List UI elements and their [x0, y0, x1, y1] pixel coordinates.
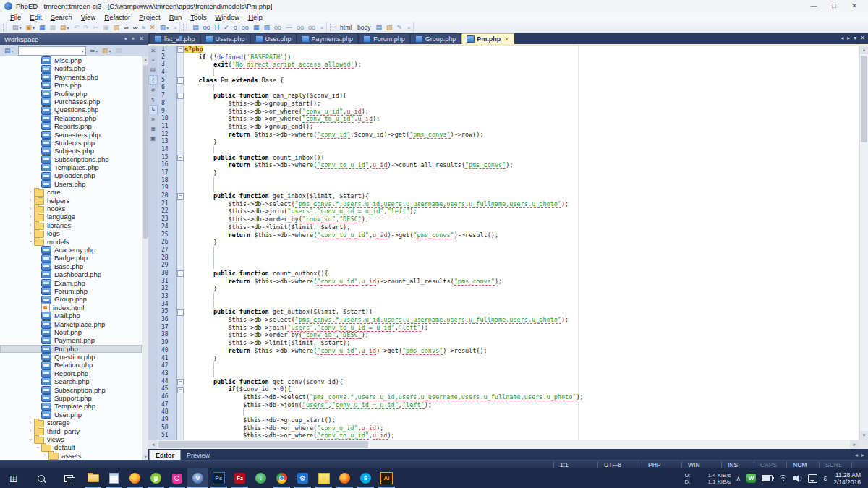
code-line[interactable]: $this->db->order_by("conv_id","DESC"); — [184, 331, 859, 339]
scroll-right-icon[interactable]: ▸ — [850, 440, 859, 449]
code-line[interactable] — [184, 184, 859, 192]
line-numbers-button[interactable]: # — [149, 86, 157, 94]
line-number[interactable]: 44 — [158, 378, 176, 386]
editor-vertical-scrollbar[interactable]: ▴ ▾ — [859, 46, 868, 440]
tree-item-badge-php[interactable]: Badge.php — [0, 254, 142, 262]
code-line[interactable] — [184, 247, 859, 254]
taskbar-media-app[interactable] — [166, 468, 187, 488]
line-number[interactable]: 26 — [158, 239, 176, 247]
frame-tool-button[interactable]: ▧ — [262, 23, 271, 33]
find-in-workspace-button[interactable]: ∞▾ — [89, 46, 99, 56]
menu-edit[interactable]: Edit — [25, 13, 46, 21]
line-number[interactable]: 31 — [158, 278, 176, 286]
code-line[interactable]: public function can_reply($conv_id){ — [184, 92, 859, 100]
editor-horizontal-scrollbar[interactable]: ◂ ▸ — [148, 440, 859, 449]
line-number[interactable]: 16 — [158, 161, 176, 169]
split-view-button[interactable]: + — [149, 56, 157, 64]
line-number[interactable]: 14 — [158, 146, 176, 154]
line-number[interactable]: 18 — [158, 177, 176, 185]
code-line[interactable]: } — [184, 138, 859, 146]
tree-item-subscriptions-php[interactable]: Subscriptions.php — [0, 155, 142, 163]
save-button[interactable]: ▦ — [38, 23, 47, 33]
paste-button[interactable]: ▥ — [112, 23, 122, 33]
prev-view-icon[interactable]: ◂ — [855, 452, 858, 458]
menu-search[interactable]: Search — [46, 13, 77, 21]
taskbar-sticky-notes[interactable] — [313, 468, 334, 488]
code-line[interactable]: $this->db->order_by("conv_id","DESC"); — [184, 215, 859, 223]
link-tool-button[interactable]: oo — [307, 23, 317, 33]
code-line[interactable]: $this->db->join("users","conv_to_u_id = … — [184, 324, 859, 332]
taskbar-filezilla[interactable]: Fz — [229, 468, 250, 488]
maximize-button[interactable]: □ — [829, 2, 839, 9]
line-number[interactable]: 24 — [158, 223, 176, 231]
close-tab-icon[interactable]: ✕ — [504, 36, 509, 43]
tab-group-php[interactable]: Group.php — [411, 34, 461, 44]
code-line[interactable]: public function get_conv($conv_id){ — [184, 378, 859, 386]
volume-icon[interactable]: ) — [793, 475, 802, 481]
code-line[interactable]: $this->db->group_end(); — [184, 123, 859, 131]
line-number[interactable]: 9 — [158, 108, 176, 116]
code-line[interactable]: $this->db->or_where("conv_to_u_id",u_id)… — [184, 115, 859, 123]
incremental-search-button[interactable]: ≈ — [140, 23, 147, 33]
snippet-button[interactable]: ▤ — [191, 23, 200, 33]
line-number[interactable]: 42 — [158, 362, 176, 370]
tree-item-search-php[interactable]: Search.php — [0, 377, 142, 385]
tree-item-students-php[interactable]: Students.php — [0, 139, 142, 147]
fold-marker-icon[interactable]: − — [177, 46, 184, 53]
fold-marker-icon[interactable]: − — [177, 270, 184, 277]
code-line[interactable]: $this->db->limit($limit, $start); — [184, 223, 859, 231]
line-number[interactable]: 41 — [158, 355, 176, 363]
tree-item-support-php[interactable]: Support.php — [0, 394, 142, 402]
line-number[interactable]: 10 — [158, 115, 176, 123]
code-line[interactable]: $this->db->join("users","conv_u_id = u_i… — [184, 401, 859, 409]
line-number[interactable]: 46 — [158, 393, 176, 401]
tree-item-relations-php[interactable]: Relations.php — [0, 114, 142, 122]
taskbar-clock[interactable]: 11:28 AM 2/14/2016 — [833, 471, 864, 486]
fold-marker-icon[interactable]: − — [177, 387, 184, 393]
tree-item-base-php[interactable]: Base.php — [0, 262, 142, 270]
line-number[interactable]: 17 — [158, 169, 176, 177]
taskbar-illustrator[interactable]: Ai — [376, 468, 397, 488]
code-line[interactable]: return $this->db->where("conv_u_id",u_id… — [184, 347, 859, 355]
line-number[interactable]: 28 — [158, 254, 176, 262]
find-button[interactable]: ∞ — [122, 23, 129, 33]
tree-item-payments-php[interactable]: Payments.php — [0, 73, 142, 81]
tree-item-question-php[interactable]: Question.php — [0, 353, 142, 361]
scroll-tabs-right-icon[interactable]: ▸ — [847, 35, 850, 41]
expand-arrow-icon[interactable]: › — [27, 213, 34, 221]
tree-item-hooks[interactable]: ›hooks — [0, 205, 142, 213]
code-line[interactable]: $this->db->or_where("conv_u_id",u_id); — [184, 108, 859, 116]
code-line[interactable]: } — [184, 355, 859, 363]
tab-forum-php[interactable]: Forum.php — [359, 34, 409, 44]
form-tool-button[interactable]: oo — [273, 23, 283, 33]
find-in-files-button[interactable]: ∞ — [132, 23, 139, 33]
anchor-button[interactable]: o — [232, 23, 239, 33]
code-line[interactable]: public function count_outbox(){ — [184, 270, 859, 278]
taskbar-task-view[interactable] — [55, 468, 82, 488]
line-number[interactable]: 37 — [158, 324, 176, 332]
code-line[interactable] — [184, 301, 859, 309]
collapse-arrow-icon[interactable]: › — [34, 444, 41, 451]
line-number[interactable]: 11 — [158, 123, 176, 131]
tree-item-exam-php[interactable]: Exam.php — [0, 279, 142, 287]
tree-item-models[interactable]: ›models — [0, 238, 142, 246]
line-number[interactable]: 38 — [158, 331, 176, 339]
code-line[interactable]: $this->db->or_where("conv_to_u_id",u_id)… — [184, 432, 859, 440]
code-line[interactable]: } — [184, 239, 859, 247]
code-line[interactable]: $this->db->or_where("conv_u_id",u_id); — [184, 424, 859, 432]
table-tool-button[interactable]: ▦ — [252, 23, 261, 33]
line-number[interactable]: 12 — [158, 131, 176, 139]
code-line[interactable] — [184, 177, 859, 185]
tree-item-template-php[interactable]: Template.php — [0, 402, 142, 410]
code-line[interactable]: $this->db->select("pms_convs.*,users.u_i… — [184, 200, 859, 208]
workspace-filter-input[interactable] — [19, 48, 80, 54]
code-line[interactable]: public function count_inbox(){ — [184, 154, 859, 162]
style-editor-button[interactable]: ✎ — [396, 23, 404, 33]
menu-file[interactable]: File — [6, 13, 25, 21]
tree-item-profile-php[interactable]: Profile.php — [0, 90, 142, 98]
tree-item-pms-php[interactable]: Pms.php — [0, 81, 142, 89]
line-number[interactable]: 33 — [158, 293, 176, 301]
tree-item-core[interactable]: ›core — [0, 188, 142, 196]
stop-button[interactable]: ✕ — [148, 23, 157, 33]
code-line[interactable]: } — [184, 169, 859, 177]
